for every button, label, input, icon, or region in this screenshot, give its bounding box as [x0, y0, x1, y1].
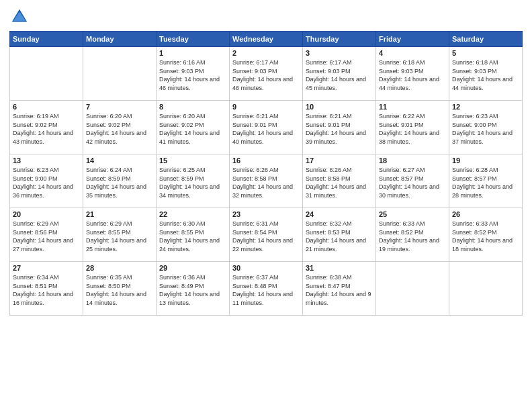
cell-date: 6	[13, 103, 80, 111]
calendar-cell: 28Sunrise: 6:35 AMSunset: 8:50 PMDayligh…	[83, 262, 157, 316]
calendar-cell: 17Sunrise: 6:26 AMSunset: 8:58 PMDayligh…	[303, 154, 376, 208]
calendar-cell: 24Sunrise: 6:32 AMSunset: 8:53 PMDayligh…	[303, 208, 376, 262]
calendar-cell: 18Sunrise: 6:27 AMSunset: 8:57 PMDayligh…	[376, 154, 449, 208]
cell-date: 26	[452, 210, 519, 218]
calendar-cell: 11Sunrise: 6:22 AMSunset: 9:01 PMDayligh…	[376, 101, 449, 154]
cell-info: Sunrise: 6:30 AMSunset: 8:55 PMDaylight:…	[159, 220, 226, 253]
cell-info: Sunrise: 6:36 AMSunset: 8:49 PMDaylight:…	[159, 273, 226, 307]
cell-date: 28	[86, 264, 153, 272]
cell-info: Sunrise: 6:33 AMSunset: 8:52 PMDaylight:…	[379, 220, 446, 253]
cell-date: 19	[452, 156, 519, 165]
calendar-cell: 29Sunrise: 6:36 AMSunset: 8:49 PMDayligh…	[157, 262, 230, 316]
weekday-header-tuesday: Tuesday	[157, 32, 230, 47]
cell-date: 23	[232, 210, 300, 218]
cell-info: Sunrise: 6:29 AMSunset: 8:55 PMDaylight:…	[86, 220, 153, 253]
cell-info: Sunrise: 6:22 AMSunset: 9:01 PMDaylight:…	[379, 112, 446, 146]
cell-date: 24	[306, 210, 373, 218]
cell-info: Sunrise: 6:19 AMSunset: 9:02 PMDaylight:…	[13, 112, 80, 146]
calendar-cell: 12Sunrise: 6:23 AMSunset: 9:00 PMDayligh…	[449, 101, 523, 154]
cell-date: 27	[13, 264, 80, 272]
cell-info: Sunrise: 6:26 AMSunset: 8:58 PMDaylight:…	[306, 166, 373, 199]
cell-info: Sunrise: 6:18 AMSunset: 9:03 PMDaylight:…	[452, 58, 519, 92]
weekday-header-wednesday: Wednesday	[230, 32, 303, 47]
cell-info: Sunrise: 6:25 AMSunset: 8:59 PMDaylight:…	[159, 166, 226, 199]
cell-date: 9	[232, 103, 300, 111]
cell-date: 13	[13, 156, 80, 165]
logo-icon	[9, 7, 30, 27]
calendar-week-3: 13Sunrise: 6:23 AMSunset: 9:00 PMDayligh…	[10, 154, 523, 208]
cell-date: 4	[379, 49, 446, 57]
cell-info: Sunrise: 6:26 AMSunset: 8:58 PMDaylight:…	[232, 166, 300, 199]
cell-date: 18	[379, 156, 446, 165]
weekday-header-monday: Monday	[83, 32, 157, 47]
calendar-cell: 8Sunrise: 6:20 AMSunset: 9:02 PMDaylight…	[157, 101, 230, 154]
weekday-header-saturday: Saturday	[449, 32, 523, 47]
cell-date: 21	[86, 210, 153, 218]
cell-date: 17	[306, 156, 373, 165]
cell-info: Sunrise: 6:16 AMSunset: 9:03 PMDaylight:…	[159, 58, 226, 92]
cell-date: 3	[306, 49, 373, 57]
cell-date: 30	[232, 264, 300, 272]
calendar-cell: 23Sunrise: 6:31 AMSunset: 8:54 PMDayligh…	[230, 208, 303, 262]
calendar-cell: 15Sunrise: 6:25 AMSunset: 8:59 PMDayligh…	[157, 154, 230, 208]
cell-date: 15	[159, 156, 226, 165]
header	[9, 7, 523, 27]
cell-info: Sunrise: 6:33 AMSunset: 8:52 PMDaylight:…	[452, 220, 519, 253]
cell-date: 16	[232, 156, 300, 165]
calendar-cell: 31Sunrise: 6:38 AMSunset: 8:47 PMDayligh…	[303, 262, 376, 316]
cell-info: Sunrise: 6:18 AMSunset: 9:03 PMDaylight:…	[379, 58, 446, 92]
cell-info: Sunrise: 6:37 AMSunset: 8:48 PMDaylight:…	[232, 273, 300, 307]
calendar-cell: 27Sunrise: 6:34 AMSunset: 8:51 PMDayligh…	[10, 262, 83, 316]
cell-date: 12	[452, 103, 519, 111]
cell-info: Sunrise: 6:17 AMSunset: 9:03 PMDaylight:…	[306, 58, 373, 92]
cell-info: Sunrise: 6:34 AMSunset: 8:51 PMDaylight:…	[13, 273, 80, 307]
cell-info: Sunrise: 6:23 AMSunset: 9:00 PMDaylight:…	[13, 166, 80, 199]
calendar-cell: 1Sunrise: 6:16 AMSunset: 9:03 PMDaylight…	[157, 47, 230, 101]
logo	[9, 7, 32, 27]
calendar-cell: 16Sunrise: 6:26 AMSunset: 8:58 PMDayligh…	[230, 154, 303, 208]
cell-date: 5	[452, 49, 519, 57]
cell-info: Sunrise: 6:32 AMSunset: 8:53 PMDaylight:…	[306, 220, 373, 253]
weekday-header-row: SundayMondayTuesdayWednesdayThursdayFrid…	[10, 32, 523, 47]
cell-date: 22	[159, 210, 226, 218]
cell-date: 20	[13, 210, 80, 218]
cell-date: 14	[86, 156, 153, 165]
calendar-cell: 3Sunrise: 6:17 AMSunset: 9:03 PMDaylight…	[303, 47, 376, 101]
calendar-body: 1Sunrise: 6:16 AMSunset: 9:03 PMDaylight…	[10, 47, 523, 316]
calendar-cell: 2Sunrise: 6:17 AMSunset: 9:03 PMDaylight…	[230, 47, 303, 101]
weekday-header-sunday: Sunday	[10, 32, 83, 47]
calendar-cell: 30Sunrise: 6:37 AMSunset: 8:48 PMDayligh…	[230, 262, 303, 316]
calendar-cell: 5Sunrise: 6:18 AMSunset: 9:03 PMDaylight…	[449, 47, 523, 101]
calendar-cell: 19Sunrise: 6:28 AMSunset: 8:57 PMDayligh…	[449, 154, 523, 208]
calendar-cell: 13Sunrise: 6:23 AMSunset: 9:00 PMDayligh…	[10, 154, 83, 208]
page: SundayMondayTuesdayWednesdayThursdayFrid…	[0, 0, 532, 411]
cell-info: Sunrise: 6:29 AMSunset: 8:56 PMDaylight:…	[13, 220, 80, 253]
cell-info: Sunrise: 6:38 AMSunset: 8:47 PMDaylight:…	[306, 273, 373, 307]
calendar-cell: 21Sunrise: 6:29 AMSunset: 8:55 PMDayligh…	[83, 208, 157, 262]
cell-date: 31	[306, 264, 373, 272]
cell-info: Sunrise: 6:23 AMSunset: 9:00 PMDaylight:…	[452, 112, 519, 146]
calendar-cell: 6Sunrise: 6:19 AMSunset: 9:02 PMDaylight…	[10, 101, 83, 154]
calendar-week-2: 6Sunrise: 6:19 AMSunset: 9:02 PMDaylight…	[10, 101, 523, 154]
calendar-header: SundayMondayTuesdayWednesdayThursdayFrid…	[10, 32, 523, 47]
cell-date: 29	[159, 264, 226, 272]
cell-info: Sunrise: 6:35 AMSunset: 8:50 PMDaylight:…	[86, 273, 153, 307]
cell-info: Sunrise: 6:21 AMSunset: 9:01 PMDaylight:…	[232, 112, 300, 146]
cell-date: 1	[159, 49, 226, 57]
cell-date: 2	[232, 49, 300, 57]
weekday-header-thursday: Thursday	[303, 32, 376, 47]
calendar-cell	[83, 47, 157, 101]
cell-info: Sunrise: 6:20 AMSunset: 9:02 PMDaylight:…	[86, 112, 153, 146]
cell-date: 10	[306, 103, 373, 111]
calendar-cell: 7Sunrise: 6:20 AMSunset: 9:02 PMDaylight…	[83, 101, 157, 154]
calendar-cell: 14Sunrise: 6:24 AMSunset: 8:59 PMDayligh…	[83, 154, 157, 208]
cell-info: Sunrise: 6:24 AMSunset: 8:59 PMDaylight:…	[86, 166, 153, 199]
cell-info: Sunrise: 6:28 AMSunset: 8:57 PMDaylight:…	[452, 166, 519, 199]
calendar-cell	[10, 47, 83, 101]
cell-info: Sunrise: 6:31 AMSunset: 8:54 PMDaylight:…	[232, 220, 300, 253]
calendar-week-5: 27Sunrise: 6:34 AMSunset: 8:51 PMDayligh…	[10, 262, 523, 316]
calendar-week-4: 20Sunrise: 6:29 AMSunset: 8:56 PMDayligh…	[10, 208, 523, 262]
cell-date: 7	[86, 103, 153, 111]
cell-date: 25	[379, 210, 446, 218]
calendar-cell: 20Sunrise: 6:29 AMSunset: 8:56 PMDayligh…	[10, 208, 83, 262]
